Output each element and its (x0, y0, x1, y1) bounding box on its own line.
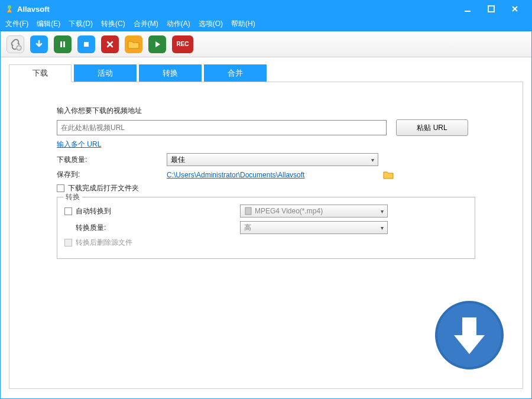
record-button[interactable]: REC (172, 35, 193, 53)
saveto-label: 保存到: (57, 170, 167, 180)
download-button[interactable] (30, 35, 48, 53)
app-logo-icon (5, 5, 14, 13)
play-button[interactable] (148, 35, 166, 53)
toolbar: REC (1, 31, 531, 57)
download-panel: 输入你想要下载的视频地址 粘贴 URL 输入多个 URL 下载质量: 最佳 保存… (9, 82, 523, 389)
tab-merge[interactable]: 合并 (204, 64, 267, 82)
menu-convert[interactable]: 转换(C) (101, 19, 125, 29)
convert-quality-select[interactable]: 高 (240, 221, 388, 234)
open-folder-button[interactable] (125, 35, 142, 53)
content-area: 下载 活动 转换 合并 输入你想要下载的视频地址 粘贴 URL 输入多个 URL… (1, 57, 531, 398)
delete-source-checkbox (64, 239, 72, 246)
delete-button[interactable] (101, 35, 119, 53)
menu-download[interactable]: 下载(D) (69, 19, 93, 29)
url-input[interactable] (57, 120, 387, 135)
menu-action[interactable]: 动作(A) (167, 19, 190, 29)
paste-url-button[interactable]: 粘贴 URL (396, 119, 468, 136)
format-select[interactable]: MPEG4 Video(*.mp4) (240, 205, 388, 218)
pause-button[interactable] (54, 35, 72, 53)
saveto-path-link[interactable]: C:\Users\Administrator\Documents\Allavso… (167, 171, 378, 179)
browse-folder-icon[interactable] (383, 171, 394, 179)
maximize-button[interactable] (479, 1, 503, 17)
multi-url-link[interactable]: 输入多个 URL (57, 140, 101, 150)
svg-rect-6 (84, 42, 89, 47)
menu-help[interactable]: 帮助(H) (231, 19, 255, 29)
convert-quality-label: 转换质量: (64, 223, 240, 233)
close-button[interactable] (503, 1, 527, 17)
svg-rect-1 (465, 11, 471, 12)
convert-fieldset: 转换 自动转换到 MPEG4 Video(*.mp4) 转换质量: 高 转换后删… (57, 197, 475, 259)
svg-rect-2 (488, 6, 494, 12)
app-title: Allavsoft (17, 5, 50, 14)
menu-merge[interactable]: 合并(M) (134, 19, 158, 29)
delete-source-label: 转换后删除源文件 (76, 238, 132, 248)
minimize-button[interactable] (456, 1, 479, 17)
big-download-button[interactable] (434, 300, 505, 371)
menubar: 文件(F) 编辑(E) 下载(D) 转换(C) 合并(M) 动作(A) 选项(O… (1, 17, 531, 31)
add-link-button[interactable] (7, 35, 24, 53)
tab-download[interactable]: 下载 (9, 64, 72, 82)
quality-label: 下载质量: (57, 155, 167, 165)
menu-edit[interactable]: 编辑(E) (37, 19, 60, 29)
menu-file[interactable]: 文件(F) (5, 19, 28, 29)
svg-rect-4 (60, 41, 62, 47)
svg-rect-7 (245, 207, 251, 215)
tabs: 下载 活动 转换 合并 (9, 64, 523, 82)
titlebar: Allavsoft (1, 1, 531, 17)
stop-button[interactable] (77, 35, 95, 53)
file-icon (244, 207, 252, 215)
tab-convert[interactable]: 转换 (139, 64, 202, 82)
menu-option[interactable]: 选项(O) (199, 19, 223, 29)
quality-select[interactable]: 最佳 (167, 153, 378, 166)
app-window: Allavsoft 文件(F) 编辑(E) 下载(D) 转换(C) 合并(M) … (0, 0, 532, 399)
convert-legend: 转换 (63, 192, 82, 202)
auto-convert-label: 自动转换到 (76, 206, 240, 216)
svg-rect-5 (63, 41, 65, 47)
tab-activity[interactable]: 活动 (74, 64, 137, 82)
auto-convert-checkbox[interactable] (64, 207, 72, 215)
url-prompt-label: 输入你想要下载的视频地址 (57, 106, 142, 116)
open-folder-checkbox[interactable] (57, 184, 64, 192)
